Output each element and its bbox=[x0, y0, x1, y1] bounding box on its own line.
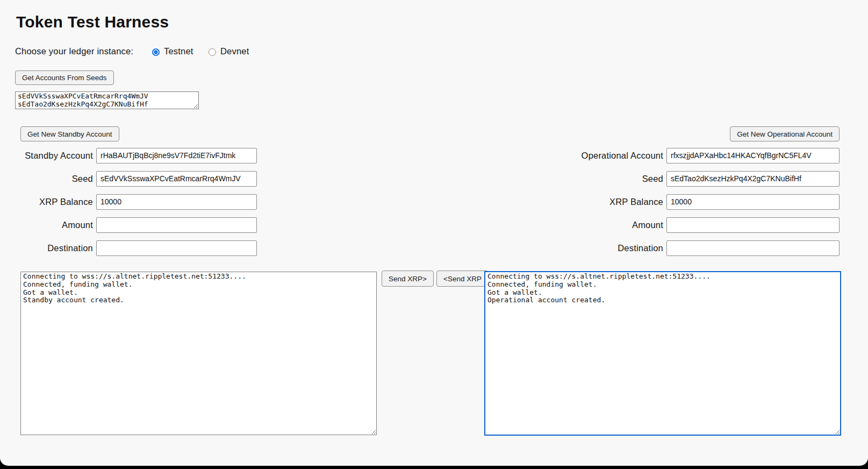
operational-account-input[interactable] bbox=[666, 148, 840, 164]
seeds-textarea[interactable]: sEdVVkSsswaXPCvEatRmcarRrq4WmJV sEdTao2d… bbox=[15, 91, 199, 109]
send-xrp-to-operational-button[interactable]: Send XRP> bbox=[382, 271, 434, 287]
standby-log-textarea[interactable]: Connecting to wss://s.altnet.rippletest.… bbox=[20, 272, 377, 435]
devnet-radio-label[interactable]: Devnet bbox=[220, 46, 249, 56]
operational-seed-input[interactable] bbox=[666, 171, 840, 187]
operational-destination-input[interactable] bbox=[666, 240, 840, 256]
standby-destination-label: Destination bbox=[0, 243, 93, 253]
get-new-operational-account-button[interactable]: Get New Operational Account bbox=[730, 126, 840, 141]
get-accounts-from-seeds-button[interactable]: Get Accounts From Seeds bbox=[15, 70, 114, 85]
standby-amount-input[interactable] bbox=[96, 217, 257, 233]
standby-seed-label: Seed bbox=[0, 174, 93, 184]
devnet-radio[interactable] bbox=[209, 48, 216, 56]
send-xrp-to-standby-button[interactable]: <Send XRP bbox=[436, 271, 489, 287]
operational-account-label: Operational Account bbox=[484, 151, 663, 161]
standby-account-input[interactable] bbox=[96, 148, 257, 164]
operational-seed-label: Seed bbox=[484, 174, 663, 184]
standby-xrp-balance-input[interactable] bbox=[96, 194, 257, 210]
standby-account-label: Standby Account bbox=[0, 151, 93, 161]
operational-amount-label: Amount bbox=[484, 220, 663, 230]
standby-destination-input[interactable] bbox=[96, 240, 257, 256]
page-title: Token Test Harness bbox=[16, 13, 169, 31]
standby-xrp-balance-label: XRP Balance bbox=[0, 197, 93, 207]
operational-log-textarea[interactable]: Connecting to wss://s.altnet.rippletest.… bbox=[484, 271, 841, 436]
operational-xrp-balance-input[interactable] bbox=[666, 194, 840, 210]
get-new-standby-account-button[interactable]: Get New Standby Account bbox=[20, 126, 119, 141]
token-test-harness-page: Token Test Harness Choose your ledger in… bbox=[0, 0, 868, 466]
operational-destination-label: Destination bbox=[484, 243, 663, 253]
standby-amount-label: Amount bbox=[0, 220, 93, 230]
standby-seed-input[interactable] bbox=[96, 171, 257, 187]
ledger-instance-prompt: Choose your ledger instance: bbox=[15, 46, 133, 56]
testnet-radio-label[interactable]: Testnet bbox=[164, 46, 193, 56]
operational-amount-input[interactable] bbox=[666, 217, 840, 233]
testnet-radio[interactable] bbox=[152, 48, 160, 56]
operational-xrp-balance-label: XRP Balance bbox=[484, 197, 663, 207]
